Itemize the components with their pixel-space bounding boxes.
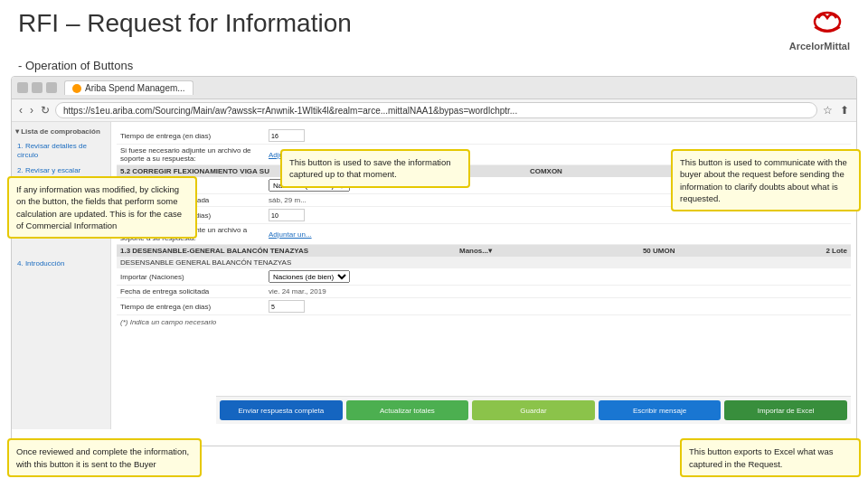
send-callout: Once reviewed and complete the informati… [7, 438, 202, 477]
svg-point-0 [815, 13, 840, 31]
nav-refresh-btn[interactable]: ↻ [39, 104, 52, 117]
row-label: Tiempo de entrega (en dias) [120, 132, 265, 140]
section-13-label: 1.3 DESENSANBLE-GENERAL BALANCÓN TENAZYA… [120, 247, 308, 255]
send-complete-btn[interactable]: Enviar respuesta completa [220, 400, 343, 420]
row-label: Tiempo de entrega (en dias) [120, 303, 265, 311]
write-message-btn[interactable]: Escribir mensaje [599, 400, 722, 420]
save-callout-text: This button is used to save the informat… [289, 157, 451, 179]
nav-back-btn[interactable]: ‹ [17, 104, 24, 117]
share-icon[interactable]: ⬆ [838, 104, 851, 117]
delivery-time-input-3[interactable] [269, 300, 305, 313]
section-header-label: 5.2 CORREGIR FLEXIONAMIENTO VIGA SU [120, 167, 269, 175]
operation-label: - Operation of Buttons [18, 59, 133, 72]
row-label: Fecha de entrega solicitada [120, 287, 265, 296]
table-row: Tiempo de entrega (en dias) [117, 127, 851, 145]
desensanble-label: DESENSANBLE GENERAL BALANCÓN TENAZYAS [120, 258, 291, 267]
browser-min-btn[interactable] [32, 82, 42, 93]
save-callout: This button is used to save the informat… [280, 149, 470, 188]
browser-chrome: Ariba Spend Managem... [12, 77, 856, 99]
tab-icon [72, 84, 81, 93]
section-13-v1: Manos...▾ [459, 247, 492, 255]
browser-tab[interactable]: Ariba Spend Managem... [64, 80, 193, 95]
update-totals-btn[interactable]: Actualizar totales [346, 400, 469, 420]
nations-select-2[interactable]: Naciones (de bien) [269, 270, 350, 283]
date-value-2: vie. 24 mar., 2019 [269, 287, 326, 296]
sidebar-item-1[interactable]: 1. Revisar detalles de circulo [15, 139, 107, 164]
footnote: (*) Indica un campo necesario [117, 315, 851, 329]
row-label: Importar (Naciones) [120, 273, 265, 281]
table-row: Fecha de entrega solicitada vie. 24 mar.… [117, 286, 851, 298]
excel-callout-text: This button exports to Excel what was ca… [689, 446, 833, 468]
message-callout: This button is used to communicate with … [671, 149, 861, 211]
excel-callout: This button exports to Excel what was ca… [680, 438, 861, 477]
sidebar-title: ▾ Lista de comprobación [15, 127, 107, 136]
footnote-text: (*) Indica un campo necesario [120, 318, 216, 326]
browser-max-btn[interactable] [46, 82, 57, 93]
page-title: RFI – Request for Information [18, 9, 352, 38]
section-header-13: 1.3 DESENSANBLE-GENERAL BALANCÓN TENAZYA… [117, 245, 851, 257]
browser-window: Ariba Spend Managem... ‹ › ↻ ☆ ⬆ ▾ Lista… [11, 76, 857, 446]
attach-link-2[interactable]: Adjuntar un... [269, 230, 312, 239]
tab-label: Ariba Spend Managem... [85, 83, 185, 93]
nav-forward-btn[interactable]: › [28, 104, 35, 117]
send-callout-text: Once reviewed and complete the informati… [16, 446, 189, 468]
section-13-v3: 2 Lote [826, 247, 847, 255]
delivery-time-input[interactable] [269, 129, 305, 142]
section-13-v2: 50 UMON [643, 247, 675, 255]
recalculate-callout-text: If any information was modified, by clic… [16, 184, 182, 230]
table-row: Si fuese necesario adjunte un archivo a … [117, 224, 851, 245]
delivery-time-input-2[interactable] [269, 209, 305, 221]
address-bar-row: ‹ › ↻ ☆ ⬆ [12, 99, 856, 122]
save-btn[interactable]: Guardar [472, 400, 595, 420]
arcelormittal-logo-icon [805, 9, 850, 41]
row-label: Si fuese necesario adjunte un archivo de… [120, 146, 265, 163]
import-excel-btn[interactable]: Importar de Excel [724, 400, 847, 420]
bookmark-icon[interactable]: ☆ [821, 104, 835, 117]
sub-header: - Operation of Buttons [0, 57, 868, 76]
message-callout-text: This button is used to communicate with … [680, 157, 847, 203]
table-row: Importar (Naciones) Naciones (de bien) [117, 268, 851, 286]
page-header: RFI – Request for Information ArcelorMit… [0, 0, 868, 57]
address-input[interactable] [55, 102, 817, 118]
recalculate-callout: If any information was modified, by clic… [7, 176, 197, 239]
section-header-desensanble: DESENSANBLE GENERAL BALANCÓN TENAZYAS [117, 257, 851, 268]
browser-close-btn[interactable] [17, 82, 28, 93]
table-row: Tiempo de entrega (en dias) [117, 298, 851, 315]
web-sidebar: ▾ Lista de comprobación 1. Revisar detal… [12, 122, 111, 429]
bottom-buttons-row: Enviar respuesta completa Actualizar tot… [216, 396, 851, 424]
brand-name: ArcelorMittal [789, 41, 850, 52]
logo-area: ArcelorMittal [789, 9, 850, 52]
sidebar-item-4[interactable]: 4. Introducción [15, 257, 107, 271]
date-value: sáb, 29 m... [269, 196, 307, 204]
section-value-1: COMXON [530, 167, 562, 175]
